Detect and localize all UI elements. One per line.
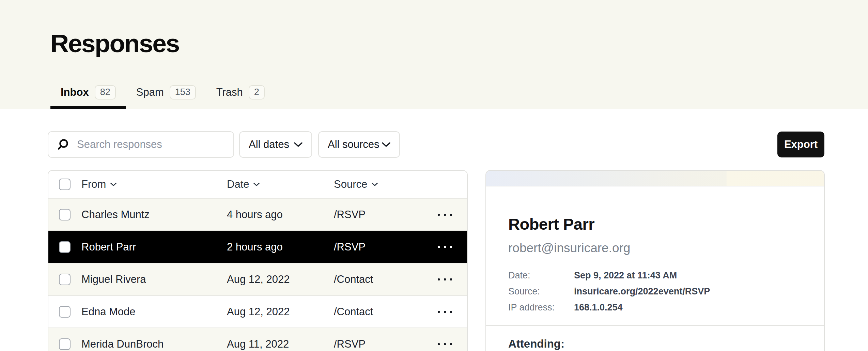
search-input[interactable]: Search responses <box>48 131 234 158</box>
row-from: Robert Parr <box>81 241 227 253</box>
table-row[interactable]: Edna Mode Aug 12, 2022 /Contact <box>48 295 467 327</box>
column-header-from[interactable]: From <box>81 178 227 190</box>
row-from: Charles Muntz <box>81 209 227 221</box>
row-date: 4 hours ago <box>227 209 334 221</box>
responses-page: Responses Inbox 82 Spam 153 Trash 2 <box>0 0 868 351</box>
responses-table: From Date Source Charles Muntz <box>48 170 468 351</box>
row-checkbox[interactable] <box>59 306 71 318</box>
meta-label: Date: <box>508 270 574 281</box>
table-row[interactable]: Charles Muntz 4 hours ago /RSVP <box>48 198 467 230</box>
toolbar: Search responses All dates All sources E… <box>48 131 824 158</box>
row-menu-button[interactable] <box>434 307 455 316</box>
response-detail-panel: Robert Parr robert@insuricare.org Date: … <box>485 170 825 351</box>
row-date: Aug 11, 2022 <box>227 338 334 350</box>
row-source: /RSVP <box>334 338 423 350</box>
date-filter-select[interactable]: All dates <box>239 131 312 158</box>
row-menu-button[interactable] <box>434 275 455 284</box>
row-source: /Contact <box>334 306 423 318</box>
header-band: Responses Inbox 82 Spam 153 Trash 2 <box>0 0 868 109</box>
row-date: 2 hours ago <box>227 241 334 253</box>
row-checkbox[interactable] <box>59 241 71 253</box>
meta-value: 168.1.0.254 <box>574 302 623 313</box>
meta-label: Source: <box>508 286 574 297</box>
search-placeholder: Search responses <box>77 138 162 151</box>
row-menu-button[interactable] <box>434 210 455 219</box>
column-header-source[interactable]: Source <box>334 178 423 190</box>
export-button[interactable]: Export <box>777 132 824 157</box>
tab-spam-label: Spam <box>136 86 164 98</box>
detail-header-gradient <box>486 171 824 186</box>
attending-section-heading: Attending: <box>508 337 802 350</box>
table-row[interactable]: Miguel Rivera Aug 12, 2022 /Contact <box>48 263 467 295</box>
row-checkbox[interactable] <box>59 274 71 285</box>
tab-inbox-count-badge: 82 <box>95 85 116 100</box>
select-all-checkbox[interactable] <box>59 179 71 190</box>
tab-trash[interactable]: Trash 2 <box>206 85 275 109</box>
tab-spam-count-badge: 153 <box>170 85 196 100</box>
row-date: Aug 12, 2022 <box>227 273 334 286</box>
meta-label: IP address: <box>508 302 574 313</box>
row-menu-button[interactable] <box>434 243 455 251</box>
row-source: /RSVP <box>334 241 423 253</box>
detail-name: Robert Parr <box>508 215 802 234</box>
date-filter-value: All dates <box>249 138 289 151</box>
tab-trash-label: Trash <box>216 86 243 98</box>
meta-value: insuricare.org/2022event/RSVP <box>574 286 710 297</box>
detail-divider <box>486 325 824 326</box>
row-source: /RSVP <box>334 209 423 221</box>
tab-bar: Inbox 82 Spam 153 Trash 2 <box>50 85 275 109</box>
tab-inbox-label: Inbox <box>61 86 89 98</box>
row-from: Miguel Rivera <box>81 273 227 286</box>
row-date: Aug 12, 2022 <box>227 306 334 318</box>
row-menu-button[interactable] <box>434 340 455 349</box>
row-source: /Contact <box>334 273 423 286</box>
tab-spam[interactable]: Spam 153 <box>126 85 206 109</box>
chevron-down-icon <box>294 142 303 147</box>
sort-chevron-icon <box>372 183 378 186</box>
sort-chevron-icon <box>110 183 117 186</box>
meta-row-ip: IP address: 168.1.0.254 <box>508 302 802 313</box>
row-from: Edna Mode <box>81 306 227 318</box>
table-header-row: From Date Source <box>48 171 467 198</box>
meta-row-source: Source: insuricare.org/2022event/RSVP <box>508 286 802 297</box>
table-row-selected[interactable]: Robert Parr 2 hours ago /RSVP <box>48 230 467 263</box>
source-filter-select[interactable]: All sources <box>318 131 400 158</box>
tab-inbox[interactable]: Inbox 82 <box>50 85 126 109</box>
row-from: Merida DunBroch <box>81 338 227 350</box>
source-filter-value: All sources <box>328 138 379 151</box>
row-checkbox[interactable] <box>59 209 71 220</box>
tab-trash-count-badge: 2 <box>249 85 265 100</box>
column-header-date[interactable]: Date <box>227 178 334 190</box>
meta-row-date: Date: Sep 9, 2022 at 11:43 AM <box>508 270 802 281</box>
search-icon <box>57 139 69 150</box>
detail-meta-list: Date: Sep 9, 2022 at 11:43 AM Source: in… <box>508 270 802 313</box>
sort-chevron-icon <box>253 183 260 186</box>
chevron-down-icon <box>382 142 390 147</box>
detail-email: robert@insuricare.org <box>508 241 802 256</box>
table-row[interactable]: Merida DunBroch Aug 11, 2022 /RSVP <box>48 327 467 351</box>
row-checkbox[interactable] <box>59 338 71 350</box>
meta-value: Sep 9, 2022 at 11:43 AM <box>574 270 677 281</box>
page-title: Responses <box>50 29 179 58</box>
